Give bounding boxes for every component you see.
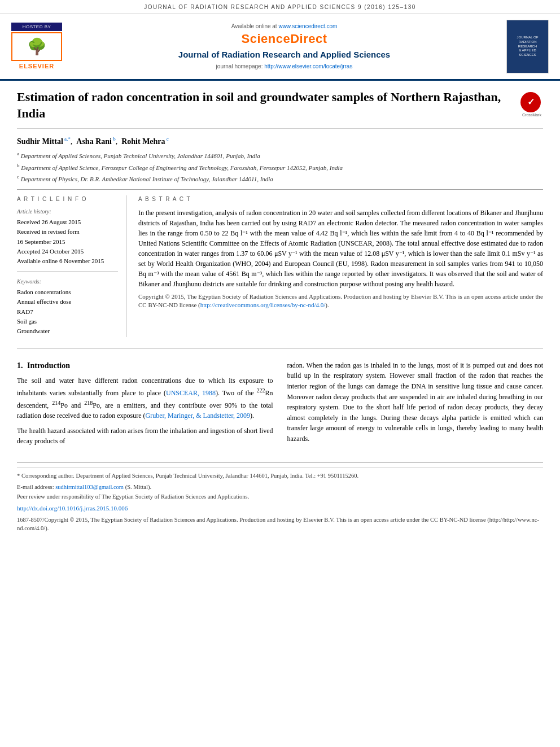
unscear-1988-link[interactable]: UNSCEAR, 1988 xyxy=(166,389,216,397)
journal-homepage: journal homepage: http://www.elsevier.co… xyxy=(68,63,501,71)
cc-license-link[interactable]: http://creativecommons.org/licenses/by-n… xyxy=(200,302,326,308)
article-content: Estimation of radon concentration in soi… xyxy=(0,81,560,541)
affiliation-2: b Department of Applied Science, Ferozep… xyxy=(17,162,543,172)
section-divider-1 xyxy=(17,189,543,190)
author-email-link[interactable]: sudhirmittal103@gmail.com xyxy=(55,484,124,490)
article-info-abstract-section: A R T I C L E I N F O Article history: R… xyxy=(17,195,543,337)
intro-heading: 1. Introduction xyxy=(17,360,273,372)
affiliation-1: a Department of Applied Sciences, Punjab… xyxy=(17,150,543,160)
article-info-col: A R T I C L E I N F O Article history: R… xyxy=(17,195,127,337)
author-1-sup: a,* xyxy=(63,136,71,142)
intro-para-2: The health hazard associated with radon … xyxy=(17,426,273,447)
history-item-3: 16 September 2015 xyxy=(17,238,118,246)
publisher-header: HOSTED BY 🌳 ELSEVIER Available online at… xyxy=(0,14,560,81)
keyword-1: Radon concentrations xyxy=(17,288,118,296)
intro-two-col: 1. Introduction The soil and water have … xyxy=(17,360,543,451)
footer-divider xyxy=(17,468,543,468)
journal-cover-image: JOURNAL OFRADIATIONRESEARCH& APPLIEDSCIE… xyxy=(506,20,549,73)
elsevier-tree-icon: 🌳 xyxy=(15,36,59,58)
peer-review-note: Peer review under responsibility of The … xyxy=(17,492,543,501)
article-title-section: Estimation of radon concentration in soi… xyxy=(17,89,543,129)
author-3-name: Rohit Mehra xyxy=(121,137,165,146)
elsevier-logo: HOSTED BY 🌳 ELSEVIER xyxy=(11,23,62,71)
journal-name-header: Journal of Radiation Research and Applie… xyxy=(68,49,501,60)
abstract-col: A B S T R A C T In the present investiga… xyxy=(138,195,543,337)
article-title: Estimation of radon concentration in soi… xyxy=(17,89,515,121)
introduction-section: 1. Introduction The soil and water have … xyxy=(17,348,543,451)
journal-center-info: Available online at www.sciencedirect.co… xyxy=(68,23,501,70)
affiliations: a Department of Applied Sciences, Punjab… xyxy=(17,150,543,183)
article-footer: * Corresponding author. Department of Ap… xyxy=(17,462,543,533)
keyword-5: Groundwater xyxy=(17,327,118,335)
author-2-sup: b xyxy=(112,136,116,142)
intro-number: 1. xyxy=(17,361,23,370)
intro-para-1: The soil and water have different radon … xyxy=(17,375,273,421)
email-note: E-mail address: sudhirmittal103@gmail.co… xyxy=(17,483,543,492)
author-1-name: Sudhir Mittal xyxy=(17,137,63,146)
section-divider-keywords xyxy=(17,272,118,272)
article-history-label: Article history: xyxy=(17,208,118,216)
keywords-label: Keywords: xyxy=(17,278,118,286)
available-online-text: Available online at www.sciencedirect.co… xyxy=(68,23,501,30)
sciencedirect-brand: ScienceDirect xyxy=(68,30,501,48)
article-info-label: A R T I C L E I N F O xyxy=(17,195,118,203)
history-item-5: Available online 6 November 2015 xyxy=(17,257,118,265)
keyword-3: RAD7 xyxy=(17,308,118,316)
abstract-text: In the present investigation, analysis o… xyxy=(138,208,543,310)
corresponding-author-note: * Corresponding author. Department of Ap… xyxy=(17,471,543,480)
intro-right-col: radon. When the radon gas is inhaled in … xyxy=(287,360,544,451)
keyword-2: Annual effective dose xyxy=(17,298,118,306)
journal-homepage-link[interactable]: http://www.elsevier.com/locate/jrras xyxy=(264,63,352,69)
hosted-by-label: HOSTED BY xyxy=(11,23,62,31)
author-2-name: Asha Rani xyxy=(76,137,112,146)
abstract-copyright: Copyright © 2015, The Egyptian Society o… xyxy=(138,292,543,310)
intro-heading-text: Introduction xyxy=(27,361,70,370)
keyword-4: Soil gas xyxy=(17,317,118,326)
authors-section: Sudhir Mittal a,*, Asha Rani b, Rohit Me… xyxy=(17,136,543,184)
doi-link[interactable]: http://dx.doi.org/10.1016/j.jrras.2015.1… xyxy=(17,504,543,513)
intro-left-col: 1. Introduction The soil and water have … xyxy=(17,360,273,451)
sciencedirect-url-link[interactable]: www.sciencedirect.com xyxy=(278,23,337,29)
journal-header-text: Journal of Radiation Research and Applie… xyxy=(144,4,416,10)
history-item-4: Accepted 24 October 2015 xyxy=(17,247,118,256)
crossmark-icon: ✓ xyxy=(520,92,541,112)
gruber-link[interactable]: Gruber, Maringer, & Landstetter, 2009 xyxy=(146,412,251,420)
abstract-label: A B S T R A C T xyxy=(138,195,543,203)
authors-line: Sudhir Mittal a,*, Asha Rani b, Rohit Me… xyxy=(17,136,543,147)
intro-right-para-1: radon. When the radon gas is inhaled in … xyxy=(287,360,544,444)
history-item-1: Received 26 August 2015 xyxy=(17,218,118,226)
crossmark-label: CrossMark xyxy=(520,112,543,118)
elsevier-logo-box: 🌳 xyxy=(11,32,62,61)
history-item-2: Received in revised form xyxy=(17,228,118,236)
journal-top-bar: Journal of Radiation Research and Applie… xyxy=(0,0,560,14)
footer-copyright: 1687-8507/Copyright © 2015, The Egyptian… xyxy=(17,516,543,534)
crossmark-badge[interactable]: ✓ CrossMark xyxy=(520,92,543,118)
affiliation-3: c Department of Physics, Dr. B.R. Ambedk… xyxy=(17,173,543,184)
author-3-sup: c xyxy=(165,136,169,142)
elsevier-brand-text: ELSEVIER xyxy=(11,62,62,71)
